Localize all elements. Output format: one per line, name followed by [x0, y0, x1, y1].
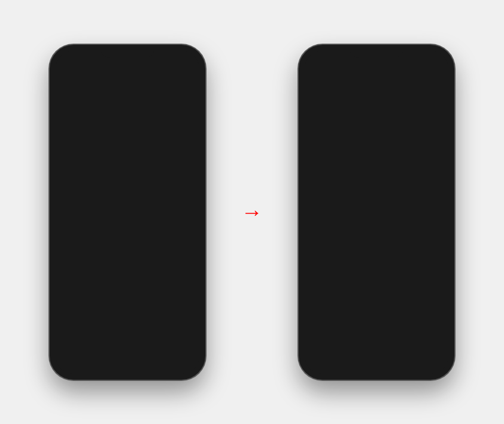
more-icon-2: ··· [430, 353, 438, 364]
card-type-3: 📈 Report [66, 300, 120, 306]
notification-text-2: Authentica... [317, 69, 347, 75]
card-type-2: ⊞ App [135, 191, 189, 197]
app-header-2: Hailey Clark Pro user [305, 77, 448, 115]
notification-bar-1: ◀ Authentica... [56, 68, 199, 77]
phone-notch-1 [101, 45, 154, 58]
card-type-4: ⊞ App [135, 286, 189, 292]
favorites-icon: ☆ [94, 353, 102, 364]
search-icon-1[interactable]: 🔍 [181, 85, 191, 96]
nav2-apps[interactable]: ⊞ Apps [362, 353, 390, 371]
search-icon-2[interactable]: 🔍 [391, 57, 400, 65]
card-subtitle-4: Published on 11 [135, 279, 189, 285]
nav-apps[interactable]: ⊞ Apps [113, 353, 141, 371]
card-analyze-1[interactable]: ⚙️ Analyze Popula... Published on 11 ⊞ A… [130, 141, 193, 216]
nav-more[interactable]: ··· More [171, 353, 199, 371]
recents-cards: 📊 Opportunity Analysis Sample Refreshed … [62, 236, 193, 311]
user-role-2: Pro user [343, 96, 391, 102]
card-title-2: Analyze Popula... [135, 175, 189, 183]
tab-activity[interactable]: Activity • [127, 105, 199, 121]
nav-favorites[interactable]: ☆ Favorites [84, 353, 113, 371]
bottom-nav-1: ⌂ Home ☆ Favorites ⊞ Apps ▣ Workspaces ·… [56, 349, 199, 374]
card-opportunity-2[interactable]: 📊 Opportunity Analysis Sample Refreshed … [62, 236, 125, 311]
bell-icon-1[interactable]: 🔔 [163, 85, 175, 96]
recents-title: Recents ∧ [62, 222, 99, 231]
favorites-label: Favorites [87, 365, 110, 371]
app-title-1: Contoso [101, 84, 145, 97]
favorites-label-2: Favorites [336, 365, 359, 371]
card-icon-chart-1: 📊 [80, 145, 107, 172]
card-icon-teal-1: ⚙️ [148, 145, 175, 172]
user-info-2: Hailey Clark Pro user [343, 86, 391, 102]
nav2-home[interactable]: ⌂ Home [305, 353, 333, 371]
nav-workspaces[interactable]: ▣ Workspaces [141, 353, 171, 371]
blurred-content [312, 158, 441, 306]
workspaces-label-2: Workspaces [390, 365, 420, 371]
home-label: Home [63, 365, 77, 371]
nav-home[interactable]: ⌂ Home [56, 353, 84, 371]
chevron-icon-recents: ∧ [95, 223, 99, 230]
phone-screen-1: 12:01 ▲▲▲ 4G ⚡ ◀ Authentica... Contoso 🔔… [56, 51, 199, 374]
card-title-4: Analyze Popula... [135, 270, 189, 278]
card-analyze-2[interactable]: ⚙️ Analyze Popula... Published on 11 ⊞ A… [130, 236, 193, 311]
status-time-2: 12:01 [314, 57, 333, 65]
chevron-icon-frequents: ∧ [102, 128, 106, 135]
phone-screen-2: 12:01 🔍 ▲▲▲ 4G ⚡ ◀ Authentica... Hailey … [305, 51, 448, 374]
workspaces-label: Workspaces [141, 365, 171, 371]
recents-header: Recents ∧ See all [62, 222, 193, 231]
signal-icon-2: ▲▲▲ 4G ⚡ [402, 57, 439, 64]
header-icons-1: 🔔 🔍 [163, 85, 191, 96]
plus-icon: + [319, 128, 336, 145]
frequents-title: Frequents ∧ [62, 127, 106, 136]
direction-arrow: → [241, 200, 263, 225]
nav2-workspaces[interactable]: ▣ Workspaces [390, 353, 420, 371]
gear-icon: ⚙ [320, 318, 329, 330]
phone-notch-2 [350, 45, 403, 58]
nav2-favorites[interactable]: ☆ Favorites [333, 353, 362, 371]
connect-server-row[interactable]: + Connect to Server Report server [312, 122, 441, 151]
app-icon-2: ⊞ [135, 286, 139, 292]
app-icon-1: ⊞ [135, 191, 139, 197]
app-content-1: Frequents ∧ 📊 Opportunity Analysis Sampl… [56, 121, 199, 349]
settings-label: Settings [333, 319, 362, 328]
see-all-link[interactable]: See all [173, 222, 193, 230]
home-label-2: Home [312, 365, 326, 371]
apps-icon-2: ⊞ [372, 353, 380, 364]
card-subtitle-3: Refreshed on 15 Dec 2020 [66, 287, 120, 299]
more-icon: ··· [181, 353, 189, 364]
status-icons-2: 🔍 ▲▲▲ 4G ⚡ [391, 57, 439, 65]
favorites-icon-2: ☆ [343, 353, 351, 364]
status-icons-1: ▲▲▲ 4G ⚡ [153, 57, 190, 64]
apps-icon: ⊞ [123, 353, 131, 364]
card-title-3: Opportunity Analysis Sample [66, 270, 120, 286]
apps-label: Apps [121, 365, 133, 371]
report-icon-1: 📈 [66, 205, 73, 211]
card-title-1: Opportunity Analysis Sample [66, 175, 120, 191]
connect-sublabel: Report server [342, 137, 403, 144]
card-icon-teal-2: ⚙️ [148, 240, 175, 267]
workspaces-icon-2: ▣ [400, 353, 409, 364]
app-tabs-1: Quick access Activity • [56, 105, 199, 121]
home-icon: ⌂ [67, 353, 73, 364]
apps-label-2: Apps [370, 365, 382, 371]
nav2-more[interactable]: ··· More [420, 353, 448, 371]
avatar-1[interactable] [64, 81, 83, 100]
more-label: More [179, 365, 192, 371]
user-name-2: Hailey Clark [343, 86, 391, 96]
home-icon-2: ⌂ [316, 353, 322, 364]
phone-2: 12:01 🔍 ▲▲▲ 4G ⚡ ◀ Authentica... Hailey … [299, 45, 454, 380]
card-opportunity-1[interactable]: 📊 Opportunity Analysis Sample Refreshed … [62, 141, 125, 216]
card-icon-chart-2: 📊 [80, 240, 107, 267]
more-label-2: More [428, 365, 441, 371]
connect-text-block: Connect to Server Report server [342, 129, 403, 144]
notification-text-1: Authentica... [68, 69, 98, 75]
phone-1: 12:01 ▲▲▲ 4G ⚡ ◀ Authentica... Contoso 🔔… [50, 45, 205, 380]
back-arrow-2: ◀ [311, 69, 315, 75]
tab-quick-access[interactable]: Quick access [56, 105, 127, 121]
arrow-container: → [241, 200, 263, 225]
card-type-1: 📈 Report [66, 205, 120, 211]
frequents-cards: 📊 Opportunity Analysis Sample Refreshed … [62, 141, 193, 216]
report-icon-2: 📈 [66, 300, 73, 306]
bottom-nav-2: ⌂ Home ☆ Favorites ⊞ Apps ▣ Workspaces ·… [305, 349, 448, 374]
app-header-1: Contoso 🔔 🔍 [56, 77, 199, 105]
settings-row[interactable]: ⚙ Settings [312, 311, 441, 337]
